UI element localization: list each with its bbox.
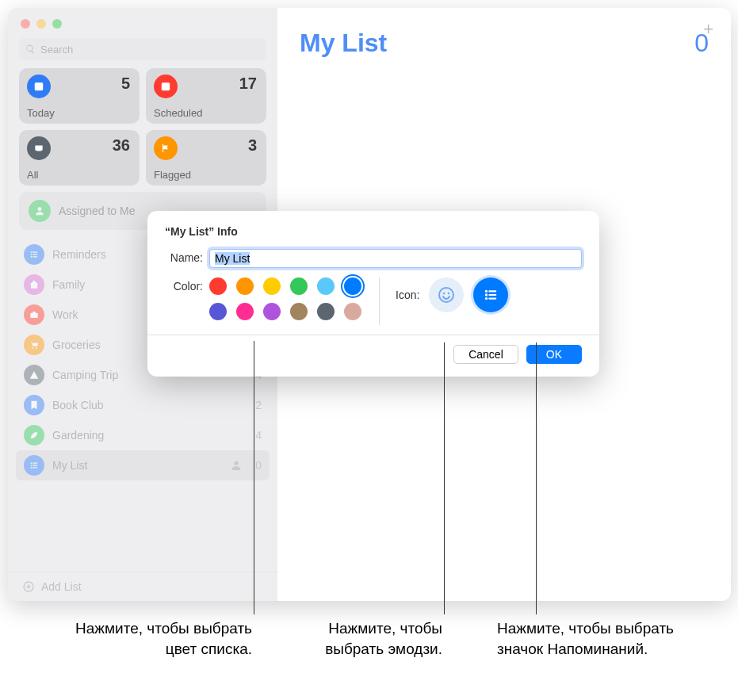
modal-title: “My List” Info	[165, 225, 582, 238]
color-swatch[interactable]	[209, 277, 227, 295]
callout-text-icon: Нажмите, чтобы выбрать значок Напоминани…	[497, 618, 703, 659]
callout-text-emoji: Нажмите, чтобы выбрать эмодзи.	[284, 618, 442, 659]
vertical-divider	[379, 277, 380, 325]
color-swatch[interactable]	[209, 303, 227, 320]
color-swatch[interactable]	[263, 277, 281, 295]
smart-all[interactable]: 36 All	[19, 130, 140, 186]
smart-flagged[interactable]: 3 Flagged	[146, 130, 266, 186]
smart-scheduled[interactable]: 17 Scheduled	[146, 68, 266, 124]
callout-line-icon	[536, 342, 537, 614]
smart-scheduled-count: 17	[239, 75, 257, 93]
emoji-picker-button[interactable]	[429, 277, 464, 312]
callout-line-color	[254, 341, 254, 614]
icon-field-label: Icon:	[396, 289, 419, 301]
icon-picker-button[interactable]	[473, 277, 508, 312]
smart-flagged-label: Flagged	[154, 169, 191, 181]
color-swatch[interactable]	[263, 303, 281, 320]
ok-button[interactable]: OK	[526, 345, 582, 364]
list-title: My List	[300, 29, 387, 58]
smart-today-label: Today	[27, 107, 55, 119]
smart-all-label: All	[27, 169, 38, 181]
calendar-icon	[160, 81, 171, 92]
color-swatch[interactable]	[344, 277, 361, 295]
color-swatch[interactable]	[344, 303, 361, 320]
callout-line-emoji	[444, 342, 445, 614]
color-swatch[interactable]	[317, 277, 335, 295]
svg-rect-28	[489, 294, 497, 296]
svg-point-24	[448, 293, 450, 295]
name-field-label: Name:	[165, 249, 209, 264]
color-swatch[interactable]	[290, 277, 308, 295]
svg-point-29	[485, 297, 488, 300]
add-reminder-button[interactable]: +	[703, 19, 713, 40]
smart-today-count: 5	[121, 75, 130, 93]
color-swatch[interactable]	[236, 277, 254, 295]
cancel-button[interactable]: Cancel	[453, 345, 518, 364]
svg-rect-2	[162, 82, 170, 90]
color-field-label: Color:	[165, 277, 209, 293]
svg-point-25	[485, 290, 488, 293]
list-bullet-icon	[482, 286, 499, 304]
color-swatches	[209, 277, 363, 320]
svg-rect-26	[489, 290, 497, 292]
smart-all-count: 36	[113, 136, 130, 155]
smart-scheduled-label: Scheduled	[154, 107, 202, 119]
smart-today[interactable]: 5 Today	[19, 68, 140, 124]
svg-point-23	[443, 293, 445, 295]
svg-rect-1	[35, 82, 44, 85]
svg-rect-30	[489, 297, 497, 299]
smart-flagged-count: 3	[248, 136, 257, 155]
flag-icon	[160, 143, 171, 154]
color-swatch[interactable]	[290, 303, 308, 320]
tray-icon	[33, 143, 44, 154]
list-name-input[interactable]	[209, 249, 582, 268]
calendar-today-icon	[33, 81, 44, 92]
modal-divider	[147, 335, 599, 335]
smiley-icon	[437, 285, 456, 304]
callout-text-color: Нажмите, чтобы выбрать цвет списка.	[62, 618, 252, 659]
list-info-modal: “My List” Info Name: Color: Icon: Cancel…	[147, 211, 599, 377]
svg-point-22	[439, 288, 453, 302]
color-swatch[interactable]	[317, 303, 335, 320]
color-swatch[interactable]	[236, 303, 254, 320]
svg-point-27	[485, 293, 488, 296]
